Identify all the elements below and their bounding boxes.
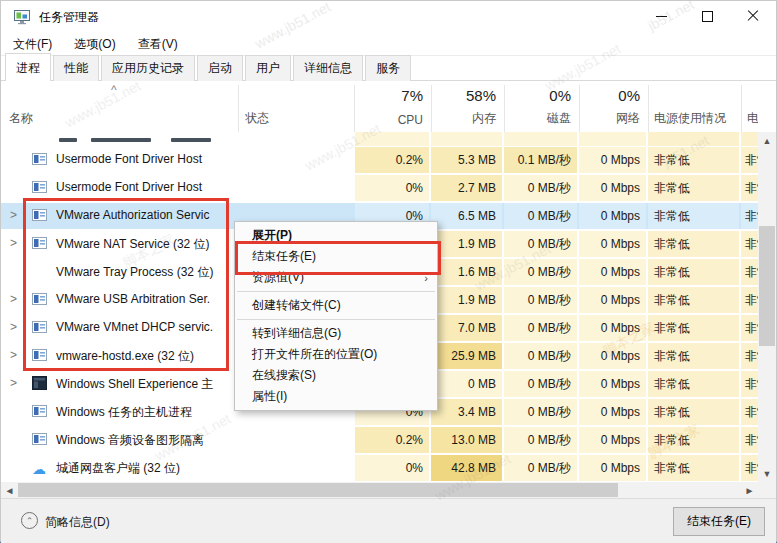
column-header-network[interactable]: 网络: [579, 110, 640, 127]
titlebar: 任务管理器: [1, 1, 776, 33]
cell-disk: 0 MB/秒: [504, 259, 577, 285]
cell-pow: 非常低: [648, 231, 739, 257]
cell-mem: 7.0 MB: [431, 315, 502, 341]
expand-chevron-icon[interactable]: >: [10, 292, 17, 306]
cell-ptr: 非常低: [741, 399, 758, 425]
column-header-power-trend[interactable]: 电源使用情况: [747, 110, 758, 127]
minimize-button[interactable]: [638, 1, 684, 31]
cell-cpu: 0.2%: [355, 147, 429, 173]
cpu-total-usage: 7%: [355, 87, 423, 104]
minimize-icon: [656, 16, 667, 17]
scroll-right-arrow-icon[interactable]: ►: [741, 482, 758, 498]
cell-status: [239, 132, 351, 146]
cell-net: 0 Mbps: [579, 203, 646, 229]
column-header-cpu[interactable]: CPU: [355, 113, 423, 127]
cell-net: 0 Mbps: [579, 399, 646, 425]
cell-ptr: 非常低: [741, 259, 758, 285]
cell-ptr: 非常低: [741, 175, 758, 201]
cell-pow: 非常低: [648, 287, 739, 313]
process-name: Usermode Font Driver Host: [56, 152, 228, 166]
column-header-power[interactable]: 电源使用情况: [654, 110, 739, 127]
menu-item-options[interactable]: 选项(O): [64, 33, 125, 56]
list-header: ^ 名称 状态 7% CPU 58% 内存 0% 磁盘 0% 网络 电源使用情况…: [1, 81, 758, 133]
end-task-button[interactable]: 结束任务(E): [673, 507, 765, 536]
cell-disk: 0 MB/秒: [504, 343, 577, 369]
process-name: 城通网盘客户端 (32 位): [56, 460, 228, 477]
process-icon: [32, 152, 48, 168]
maximize-icon: [702, 11, 713, 22]
cell-net: 0 Mbps: [579, 175, 646, 201]
cell-cpu: 0.2%: [355, 427, 429, 453]
cell-cpu: [355, 132, 429, 146]
tab-services[interactable]: 服务: [365, 55, 411, 81]
scrollbar-corner: [758, 482, 776, 498]
cell-status: [239, 427, 351, 453]
status-bar: ⌃ 简略信息(D) 结束任务(E): [1, 498, 776, 543]
menubar: 文件(F)选项(O)查看(V): [1, 33, 776, 56]
expand-chevron-icon[interactable]: >: [10, 208, 17, 222]
cell-ptr: 非常低: [741, 343, 758, 369]
column-header-name[interactable]: 名称: [9, 110, 33, 127]
scroll-up-arrow-icon[interactable]: ▲: [758, 132, 776, 149]
column-header-memory[interactable]: 内存: [431, 110, 496, 127]
menu-item-view[interactable]: 查看(V): [128, 33, 188, 56]
cell-pow: 非常低: [648, 203, 739, 229]
context-menu-separator: [237, 319, 435, 320]
cell-net: 0 Mbps: [579, 455, 646, 481]
expand-chevron-icon[interactable]: >: [10, 376, 17, 390]
tab-users[interactable]: 用户: [245, 55, 291, 81]
close-button[interactable]: [730, 1, 776, 31]
cell-mem: 25.9 MB: [431, 343, 502, 369]
horizontal-scrollbar-thumb[interactable]: [18, 483, 618, 497]
cell-pow: 非常低: [648, 371, 739, 397]
context-menu-item-open-file-location[interactable]: 打开文件所在的位置(O): [235, 344, 437, 365]
cell-pow: 非常低: [648, 147, 739, 173]
tab-startup[interactable]: 启动: [197, 55, 243, 81]
maximize-button[interactable]: [684, 1, 730, 31]
tab-performance[interactable]: 性能: [53, 55, 99, 81]
context-menu-item-create-dump-file[interactable]: 创建转储文件(C): [235, 295, 437, 316]
column-header-status[interactable]: 状态: [245, 110, 269, 127]
cell-pow: 非常低: [648, 175, 739, 201]
process-row[interactable]: Usermode Font Driver Host0.2%5.3 MB0.1 M…: [1, 146, 758, 174]
cell-net: 0 Mbps: [579, 427, 646, 453]
context-menu-item-properties[interactable]: 属性(I): [235, 386, 437, 407]
horizontal-scrollbar[interactable]: ◄ ►: [1, 482, 758, 498]
vertical-scrollbar-thumb[interactable]: [759, 226, 775, 346]
process-icon: [32, 376, 48, 392]
cell-pow: 非常低: [648, 315, 739, 341]
cell-ptr: [741, 132, 758, 146]
cell-mem: 2.7 MB: [431, 175, 502, 201]
cell-ptr: 非常低: [741, 371, 758, 397]
process-row[interactable]: Windows 音频设备图形隔离0.2%13.0 MB0 MB/秒0 Mbps非…: [1, 426, 758, 454]
expand-chevron-icon[interactable]: >: [10, 236, 17, 250]
context-menu-item-go-to-details[interactable]: 转到详细信息(G): [235, 323, 437, 344]
process-row[interactable]: [1, 132, 758, 146]
cell-ptr: 非常低: [741, 287, 758, 313]
expand-chevron-icon[interactable]: >: [10, 348, 17, 362]
cell-disk: 0 MB/秒: [504, 315, 577, 341]
cell-net: 0 Mbps: [579, 315, 646, 341]
brief-info-label[interactable]: 简略信息(D): [45, 514, 110, 531]
window-title: 任务管理器: [39, 9, 99, 26]
sort-ascending-icon: ^: [111, 83, 117, 97]
cell-disk: 0 MB/秒: [504, 371, 577, 397]
disk-total-usage: 0%: [504, 87, 571, 104]
cell-mem: 42.8 MB: [431, 455, 502, 481]
process-name: Usermode Font Driver Host: [56, 180, 228, 194]
cell-pow: [648, 132, 739, 146]
tab-details[interactable]: 详细信息: [293, 55, 363, 81]
cell-mem: 1.9 MB: [431, 287, 502, 313]
process-row[interactable]: ☁城通网盘客户端 (32 位)0%42.8 MB0 MB/秒0 Mbps非常低非…: [1, 454, 758, 482]
task-manager-window: 任务管理器 文件(F)选项(O)查看(V) 进程性能应用历史记录启动用户详细信息…: [0, 0, 777, 543]
expand-chevron-icon[interactable]: >: [10, 320, 17, 334]
scroll-left-arrow-icon[interactable]: ◄: [1, 482, 18, 498]
column-header-disk[interactable]: 磁盘: [504, 110, 571, 127]
tab-app-history[interactable]: 应用历史记录: [101, 55, 195, 81]
context-menu-item-search-online[interactable]: 在线搜索(S): [235, 365, 437, 386]
details-toggle-button[interactable]: ⌃: [21, 512, 38, 529]
tab-processes[interactable]: 进程: [5, 53, 51, 81]
vertical-scrollbar[interactable]: ▲ ▼: [758, 132, 776, 482]
memory-total-usage: 58%: [431, 87, 496, 104]
scroll-down-arrow-icon[interactable]: ▼: [758, 465, 776, 482]
